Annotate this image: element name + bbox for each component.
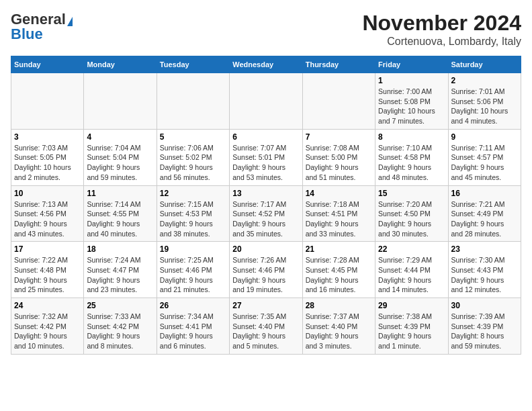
calendar-cell: 30Sunrise: 7:39 AMSunset: 4:39 PMDayligh…: [448, 298, 521, 355]
title-block: November 2024 Cortenuova, Lombardy, Ital…: [362, 11, 521, 48]
calendar-cell: 3Sunrise: 7:03 AMSunset: 5:05 PMDaylight…: [11, 129, 84, 185]
day-number: 16: [451, 189, 518, 198]
calendar-week-2: 3Sunrise: 7:03 AMSunset: 5:05 PMDaylight…: [11, 129, 521, 185]
calendar-week-3: 10Sunrise: 7:13 AMSunset: 4:56 PMDayligh…: [11, 185, 521, 242]
calendar-cell: 19Sunrise: 7:25 AMSunset: 4:46 PMDayligh…: [157, 242, 229, 298]
calendar-cell: 14Sunrise: 7:18 AMSunset: 4:51 PMDayligh…: [302, 185, 375, 242]
day-number: 29: [378, 301, 445, 310]
day-info: Sunrise: 7:00 AMSunset: 5:08 PMDaylight:…: [378, 87, 445, 126]
day-info: Sunrise: 7:21 AMSunset: 4:49 PMDaylight:…: [451, 199, 518, 239]
day-number: 5: [160, 132, 226, 142]
calendar-cell: 29Sunrise: 7:38 AMSunset: 4:39 PMDayligh…: [375, 298, 448, 355]
day-number: 12: [160, 189, 226, 198]
day-info: Sunrise: 7:04 AMSunset: 5:04 PMDaylight:…: [87, 143, 153, 183]
calendar-week-4: 17Sunrise: 7:22 AMSunset: 4:48 PMDayligh…: [11, 242, 521, 298]
day-number: 21: [306, 244, 372, 254]
calendar-cell: 6Sunrise: 7:07 AMSunset: 5:01 PMDaylight…: [230, 129, 302, 185]
day-number: 19: [160, 244, 226, 254]
day-info: Sunrise: 7:06 AMSunset: 5:02 PMDaylight:…: [160, 143, 226, 183]
calendar-cell: 25Sunrise: 7:33 AMSunset: 4:42 PMDayligh…: [84, 298, 157, 355]
calendar-cell: [230, 73, 302, 130]
calendar-cell: 20Sunrise: 7:26 AMSunset: 4:46 PMDayligh…: [230, 242, 302, 298]
col-thursday: Thursday: [302, 56, 375, 73]
calendar-cell: 23Sunrise: 7:30 AMSunset: 4:43 PMDayligh…: [448, 242, 521, 298]
col-tuesday: Tuesday: [157, 56, 229, 73]
day-number: 6: [232, 132, 299, 142]
day-info: Sunrise: 7:33 AMSunset: 4:42 PMDaylight:…: [87, 312, 153, 351]
calendar-cell: 11Sunrise: 7:14 AMSunset: 4:55 PMDayligh…: [84, 185, 157, 242]
logo-triangle: [67, 17, 73, 26]
day-number: 13: [232, 189, 299, 198]
logo-text-blue: Blue: [11, 26, 43, 43]
calendar-week-5: 24Sunrise: 7:32 AMSunset: 4:42 PMDayligh…: [11, 298, 521, 355]
day-number: 10: [14, 189, 81, 198]
calendar-cell: 7Sunrise: 7:08 AMSunset: 5:00 PMDaylight…: [302, 129, 375, 185]
day-info: Sunrise: 7:11 AMSunset: 4:57 PMDaylight:…: [451, 143, 518, 183]
calendar-cell: 17Sunrise: 7:22 AMSunset: 4:48 PMDayligh…: [11, 242, 84, 298]
calendar-cell: 18Sunrise: 7:24 AMSunset: 4:47 PMDayligh…: [84, 242, 157, 298]
calendar-cell: 28Sunrise: 7:37 AMSunset: 4:40 PMDayligh…: [302, 298, 375, 355]
calendar-cell: [157, 73, 229, 130]
day-info: Sunrise: 7:34 AMSunset: 4:41 PMDaylight:…: [160, 312, 226, 351]
calendar-cell: 5Sunrise: 7:06 AMSunset: 5:02 PMDaylight…: [157, 129, 229, 185]
day-number: 9: [451, 132, 518, 142]
day-number: 11: [87, 189, 153, 198]
day-info: Sunrise: 7:10 AMSunset: 4:58 PMDaylight:…: [378, 143, 445, 183]
calendar-cell: 1Sunrise: 7:00 AMSunset: 5:08 PMDaylight…: [375, 73, 448, 130]
col-saturday: Saturday: [448, 56, 521, 73]
col-monday: Monday: [84, 56, 157, 73]
day-number: 2: [451, 76, 518, 85]
calendar-cell: 4Sunrise: 7:04 AMSunset: 5:04 PMDaylight…: [84, 129, 157, 185]
col-sunday: Sunday: [11, 56, 84, 73]
day-number: 20: [232, 244, 299, 254]
day-info: Sunrise: 7:37 AMSunset: 4:40 PMDaylight:…: [306, 312, 372, 351]
day-number: 14: [306, 189, 372, 198]
day-number: 4: [87, 132, 153, 142]
calendar-cell: 12Sunrise: 7:15 AMSunset: 4:53 PMDayligh…: [157, 185, 229, 242]
day-info: Sunrise: 7:35 AMSunset: 4:40 PMDaylight:…: [232, 312, 299, 351]
calendar-cell: 27Sunrise: 7:35 AMSunset: 4:40 PMDayligh…: [230, 298, 302, 355]
calendar-cell: [84, 73, 157, 130]
calendar-cell: 9Sunrise: 7:11 AMSunset: 4:57 PMDaylight…: [448, 129, 521, 185]
day-number: 26: [160, 301, 226, 310]
day-info: Sunrise: 7:03 AMSunset: 5:05 PMDaylight:…: [14, 143, 81, 183]
day-info: Sunrise: 7:08 AMSunset: 5:00 PMDaylight:…: [306, 143, 372, 183]
day-number: 18: [87, 244, 153, 254]
calendar-cell: 22Sunrise: 7:29 AMSunset: 4:44 PMDayligh…: [375, 242, 448, 298]
day-info: Sunrise: 7:13 AMSunset: 4:56 PMDaylight:…: [14, 199, 81, 239]
day-info: Sunrise: 7:38 AMSunset: 4:39 PMDaylight:…: [378, 312, 445, 351]
calendar-header-row: Sunday Monday Tuesday Wednesday Thursday…: [11, 56, 521, 73]
day-number: 23: [451, 244, 518, 254]
calendar-cell: [302, 73, 375, 130]
col-friday: Friday: [375, 56, 448, 73]
calendar-cell: 8Sunrise: 7:10 AMSunset: 4:58 PMDaylight…: [375, 129, 448, 185]
day-info: Sunrise: 7:18 AMSunset: 4:51 PMDaylight:…: [306, 199, 372, 239]
day-number: 28: [306, 301, 372, 310]
calendar-cell: 16Sunrise: 7:21 AMSunset: 4:49 PMDayligh…: [448, 185, 521, 242]
calendar-cell: 24Sunrise: 7:32 AMSunset: 4:42 PMDayligh…: [11, 298, 84, 355]
day-number: 22: [378, 244, 445, 254]
day-number: 30: [451, 301, 518, 310]
day-info: Sunrise: 7:15 AMSunset: 4:53 PMDaylight:…: [160, 199, 226, 239]
day-info: Sunrise: 7:07 AMSunset: 5:01 PMDaylight:…: [232, 143, 299, 183]
calendar-cell: 13Sunrise: 7:17 AMSunset: 4:52 PMDayligh…: [230, 185, 302, 242]
day-number: 15: [378, 189, 445, 198]
day-info: Sunrise: 7:30 AMSunset: 4:43 PMDaylight:…: [451, 255, 518, 295]
logo: General Blue: [11, 11, 73, 43]
calendar-cell: [11, 73, 84, 130]
day-info: Sunrise: 7:20 AMSunset: 4:50 PMDaylight:…: [378, 199, 445, 239]
day-info: Sunrise: 7:28 AMSunset: 4:45 PMDaylight:…: [306, 255, 372, 295]
calendar-cell: 26Sunrise: 7:34 AMSunset: 4:41 PMDayligh…: [157, 298, 229, 355]
col-wednesday: Wednesday: [230, 56, 302, 73]
page-header: General Blue November 2024 Cortenuova, L…: [11, 11, 521, 48]
calendar-cell: 15Sunrise: 7:20 AMSunset: 4:50 PMDayligh…: [375, 185, 448, 242]
calendar-week-1: 1Sunrise: 7:00 AMSunset: 5:08 PMDaylight…: [11, 73, 521, 130]
day-info: Sunrise: 7:26 AMSunset: 4:46 PMDaylight:…: [232, 255, 299, 295]
day-number: 17: [14, 244, 81, 254]
calendar-table: Sunday Monday Tuesday Wednesday Thursday…: [11, 56, 521, 355]
day-number: 8: [378, 132, 445, 142]
calendar-title: November 2024: [362, 11, 521, 36]
day-info: Sunrise: 7:29 AMSunset: 4:44 PMDaylight:…: [378, 255, 445, 295]
calendar-subtitle: Cortenuova, Lombardy, Italy: [362, 36, 521, 48]
day-number: 7: [306, 132, 372, 142]
